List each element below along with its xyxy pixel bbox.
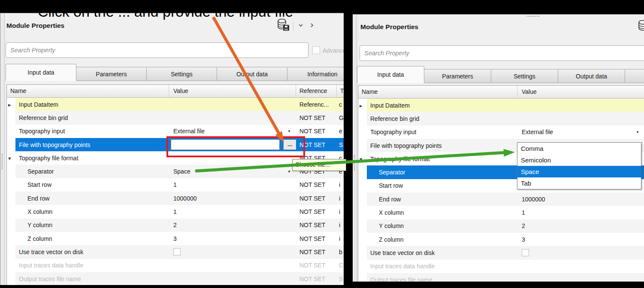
property-row[interactable]: Output traces file nameNOT SETS — [7, 272, 344, 285]
tab-input-data[interactable]: Input data — [357, 66, 424, 83]
tab-label: Information — [307, 71, 337, 78]
property-name: Start row — [367, 179, 517, 192]
panel-edge-strip — [0, 13, 5, 285]
property-row[interactable]: End row1000000 — [358, 192, 644, 206]
column-header-reference[interactable]: Reference — [296, 85, 337, 98]
tree-gutter — [7, 111, 15, 124]
property-row[interactable]: Reference bin gridNOT SETG — [7, 111, 344, 124]
property-value — [517, 246, 644, 259]
tab-parameters[interactable]: Parameters — [424, 69, 491, 83]
splitter-handle[interactable] — [2, 154, 3, 169]
reference-value: NOT SET — [296, 232, 337, 245]
property-row[interactable]: ▸Input DataItemReferenc...c — [7, 98, 344, 111]
reference-value: NOT SET — [296, 245, 337, 258]
column-header-value[interactable]: Value — [169, 85, 296, 98]
tab-information[interactable]: Information — [287, 67, 344, 81]
property-value: 1 — [169, 205, 296, 218]
database-lock-icon[interactable] — [277, 18, 290, 34]
property-row[interactable]: Z column3 — [358, 233, 644, 246]
property-row[interactable]: Input traces data handle — [358, 260, 644, 273]
property-name: Topography file format — [15, 151, 169, 165]
property-name: X column — [367, 206, 517, 219]
property-row[interactable]: Use trace vector on disk — [358, 246, 644, 259]
property-row[interactable]: Y column2NOT SETi — [7, 219, 344, 232]
property-value — [517, 260, 644, 273]
type-letter: i — [337, 178, 344, 192]
value-text: 1 — [517, 209, 525, 216]
property-row[interactable]: Z column3NOT SETi — [7, 232, 344, 245]
tab-bar: Input dataParametersSettingsOutput dataI… — [6, 64, 344, 81]
property-row[interactable]: Topography inputExternal file▼ — [358, 126, 644, 139]
tab-settings[interactable]: Settings — [146, 67, 217, 81]
property-value: 3 — [169, 232, 296, 245]
search-input[interactable] — [360, 45, 644, 61]
dropdown-item-space[interactable]: Space — [517, 166, 641, 177]
red-highlight-box — [166, 136, 305, 157]
property-row[interactable]: X column1 — [358, 206, 644, 219]
property-value — [169, 98, 296, 111]
property-value: Space▼ — [169, 165, 296, 178]
dropdown-item-tab[interactable]: Tab — [517, 177, 641, 189]
tab-partial[interactable] — [625, 69, 644, 83]
property-value — [517, 99, 644, 112]
type-letter: i — [337, 192, 344, 205]
collapse-arrow-icon[interactable]: ▾ — [8, 155, 11, 161]
database-lock-icon[interactable] — [638, 20, 644, 35]
property-row[interactable]: Output traces file name — [358, 273, 644, 282]
property-row[interactable]: ▸Input DataItem — [358, 99, 644, 112]
value-checkbox[interactable] — [522, 249, 529, 256]
tree-gutter — [7, 165, 15, 178]
property-row[interactable]: Reference bin grid — [358, 112, 644, 125]
property-name: Separator — [15, 165, 169, 178]
property-row[interactable]: Start row1NOT SETi — [7, 178, 344, 192]
column-header-name[interactable]: Name — [358, 86, 517, 99]
property-row[interactable]: Use trace vector on diskNOT SETb — [7, 245, 344, 258]
combo-dropdown-icon[interactable]: ▼ — [287, 170, 291, 174]
combo-dropdown-icon[interactable]: ▼ — [287, 129, 291, 133]
property-row[interactable]: Input traces data handleNOT SETC — [7, 259, 344, 272]
column-header-type[interactable]: Type — [337, 85, 344, 98]
property-name: Topography file format — [367, 152, 517, 165]
advanced-checkbox[interactable] — [312, 46, 320, 54]
search-input[interactable] — [6, 42, 308, 58]
expand-arrow-icon[interactable]: ▸ — [360, 102, 363, 108]
tree-gutter — [7, 192, 15, 205]
tab-settings[interactable]: Settings — [491, 69, 558, 83]
property-row[interactable]: X column1NOT SETi — [7, 205, 344, 218]
tree-gutter — [7, 219, 15, 232]
tree-gutter — [7, 272, 15, 285]
tab-output-data[interactable]: Output data — [217, 67, 287, 81]
value-text: 3 — [517, 236, 525, 243]
tree-gutter — [7, 259, 15, 272]
type-letter: c — [337, 98, 344, 111]
dropdown-item-comma[interactable]: Comma — [517, 143, 641, 154]
property-row[interactable]: Y column2 — [358, 219, 644, 233]
column-header-name[interactable]: Name — [7, 85, 169, 98]
tab-output-data[interactable]: Output data — [558, 69, 625, 83]
reference-value: NOT SET — [296, 272, 337, 285]
chevron-right-icon[interactable] — [308, 21, 316, 31]
expand-arrow-icon[interactable]: ▸ — [8, 101, 11, 108]
tree-gutter — [358, 165, 367, 179]
tree-gutter — [7, 178, 15, 192]
value-text: External file — [169, 128, 205, 135]
value-text: 2 — [169, 222, 177, 228]
property-value: 1 — [169, 178, 296, 192]
property-name: Input DataItem — [15, 98, 169, 111]
type-letter: i — [337, 219, 344, 232]
tab-input-data[interactable]: Input data — [6, 64, 76, 81]
tab-parameters[interactable]: Parameters — [76, 67, 147, 81]
property-value: 2 — [169, 219, 296, 232]
type-letter: e — [337, 125, 344, 138]
combo-dropdown-icon[interactable]: ▼ — [636, 130, 639, 134]
property-name: Use trace vector on disk — [367, 246, 517, 259]
dropdown-item-semicolon[interactable]: Semicolon — [517, 154, 641, 166]
value-checkbox[interactable] — [173, 248, 181, 255]
collapse-arrow-icon[interactable]: ▾ — [360, 156, 363, 162]
dock-drag-handle[interactable] — [526, 16, 539, 17]
chevron-down-icon[interactable] — [297, 21, 305, 31]
property-name: Y column — [15, 219, 169, 232]
splitter-handle[interactable] — [354, 155, 355, 171]
property-row[interactable]: End row1000000NOT SETi — [7, 192, 344, 205]
column-header-value[interactable]: Value — [517, 86, 644, 99]
